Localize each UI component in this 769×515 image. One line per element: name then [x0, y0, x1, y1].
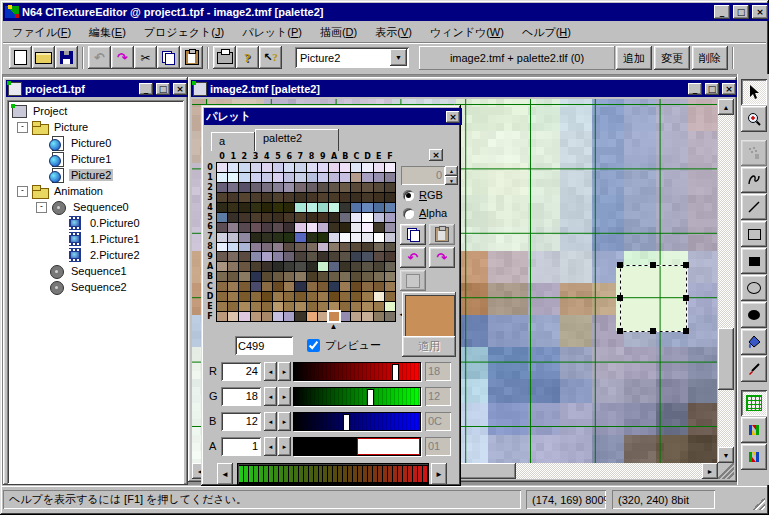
channel-value-input[interactable]: 24: [221, 362, 261, 381]
palette-cell[interactable]: [284, 183, 294, 192]
slider-thumb[interactable]: [392, 364, 399, 381]
palette-cell[interactable]: [295, 233, 305, 242]
palette-cell[interactable]: [340, 173, 350, 182]
palette-cell[interactable]: [307, 213, 317, 222]
palette-cell[interactable]: [262, 292, 272, 301]
resize-grip[interactable]: [718, 463, 734, 479]
palette-cell[interactable]: [284, 173, 294, 182]
palette-cell[interactable]: [251, 213, 261, 222]
palette-cell[interactable]: [217, 233, 227, 242]
project-close-button[interactable]: ×: [173, 83, 187, 95]
palette-cell[interactable]: [228, 193, 238, 202]
palette-cell[interactable]: [351, 292, 361, 301]
palette-cell[interactable]: [340, 272, 350, 281]
palette-cell[interactable]: [228, 243, 238, 252]
palette-cell[interactable]: [284, 312, 294, 321]
palette-cell[interactable]: [295, 252, 305, 261]
palette-cell[interactable]: [273, 203, 283, 212]
channel-value-input[interactable]: 18: [221, 387, 261, 406]
palette-cell[interactable]: [385, 183, 395, 192]
palette-cell[interactable]: [262, 223, 272, 232]
palette-cell[interactable]: [329, 282, 339, 291]
tree-item-project[interactable]: Project: [7, 103, 184, 119]
palette-cell[interactable]: [273, 252, 283, 261]
slider-thumb[interactable]: [343, 414, 350, 431]
palette-cell[interactable]: [228, 233, 238, 242]
palette-cell[interactable]: [318, 233, 328, 242]
palette-cell[interactable]: [362, 252, 372, 261]
palette-cell[interactable]: [262, 282, 272, 291]
palette-cell[interactable]: [385, 223, 395, 232]
palette-cell[interactable]: [307, 173, 317, 182]
palette-cell[interactable]: [374, 302, 384, 311]
palette-cell[interactable]: [251, 233, 261, 242]
tree-item-2-picture2[interactable]: 2.Picture2: [7, 247, 184, 263]
palette-cell[interactable]: [362, 223, 372, 232]
palette-cell[interactable]: [262, 213, 272, 222]
palette-cell[interactable]: [385, 193, 395, 202]
palette-cell[interactable]: [362, 193, 372, 202]
grid-toggle[interactable]: [741, 390, 767, 416]
palette-cell[interactable]: [385, 213, 395, 222]
menu-item-3[interactable]: パレット(P): [233, 23, 311, 42]
spinner-down-icon[interactable]: ▼: [445, 176, 458, 185]
n64-preview-2[interactable]: [741, 444, 767, 470]
palette-cell[interactable]: [385, 173, 395, 182]
preview-checkbox-label[interactable]: プレビュー: [307, 338, 381, 353]
palette-cell[interactable]: [273, 213, 283, 222]
palette-cell[interactable]: [251, 302, 261, 311]
palette-cell[interactable]: [273, 233, 283, 242]
palette-cell[interactable]: [340, 292, 350, 301]
change-button[interactable]: 変更: [654, 46, 690, 70]
palette-cell[interactable]: [351, 252, 361, 261]
palette-cell[interactable]: [340, 312, 350, 321]
tree-item-sequence1[interactable]: Sequence1: [7, 263, 184, 279]
palette-cell[interactable]: [251, 252, 261, 261]
scroll-right-icon[interactable]: ►: [702, 463, 718, 479]
palette-cell[interactable]: [251, 163, 261, 172]
palette-cell[interactable]: [362, 233, 372, 242]
palette-cell[interactable]: [239, 262, 249, 271]
spinner-up-icon[interactable]: ▲: [445, 166, 458, 176]
close-button[interactable]: ×: [752, 5, 768, 19]
palette-cell[interactable]: [307, 223, 317, 232]
palette-cell[interactable]: [318, 243, 328, 252]
project-maximize-button[interactable]: □: [156, 83, 170, 95]
palette-cell[interactable]: [251, 243, 261, 252]
palette-cell[interactable]: [351, 302, 361, 311]
palette-cell[interactable]: [362, 262, 372, 271]
palette-cell[interactable]: [351, 173, 361, 182]
palette-cell[interactable]: [329, 272, 339, 281]
palette-cell[interactable]: [284, 163, 294, 172]
palette-cell[interactable]: [284, 233, 294, 242]
palette-cell[interactable]: [385, 262, 395, 271]
palette-cell[interactable]: [295, 292, 305, 301]
strip-left-icon[interactable]: ◄: [217, 463, 233, 485]
palette-cell[interactable]: [239, 203, 249, 212]
minimize-button[interactable]: _: [714, 5, 730, 19]
palette-cell[interactable]: [318, 302, 328, 311]
menu-item-6[interactable]: ウィンドウ(W): [421, 23, 513, 42]
palette-cell[interactable]: [340, 203, 350, 212]
tree-expander-icon[interactable]: -: [17, 122, 28, 133]
palette-cell[interactable]: [273, 272, 283, 281]
palette-cell[interactable]: [217, 173, 227, 182]
n64-preview-1[interactable]: [741, 417, 767, 443]
menu-item-1[interactable]: 編集(E): [80, 23, 135, 42]
palette-cell[interactable]: [262, 203, 272, 212]
palette-cell[interactable]: [217, 262, 227, 271]
palette-cell[interactable]: [228, 173, 238, 182]
airbrush-tool[interactable]: [741, 140, 767, 166]
palette-cell[interactable]: [351, 163, 361, 172]
palette-cell[interactable]: [307, 262, 317, 271]
palette-cell[interactable]: [340, 262, 350, 271]
palette-cell[interactable]: [362, 213, 372, 222]
palette-cell[interactable]: [262, 183, 272, 192]
palette-cell[interactable]: [251, 262, 261, 271]
file-label-button[interactable]: image2.tmf + palette2.tlf (0): [419, 46, 615, 70]
filled-rectangle-tool[interactable]: [741, 248, 767, 274]
palette-cell[interactable]: [284, 203, 294, 212]
palette-cell[interactable]: [362, 312, 372, 321]
palette-cell[interactable]: [295, 223, 305, 232]
palette-tab-palette2[interactable]: palette2: [255, 129, 339, 151]
